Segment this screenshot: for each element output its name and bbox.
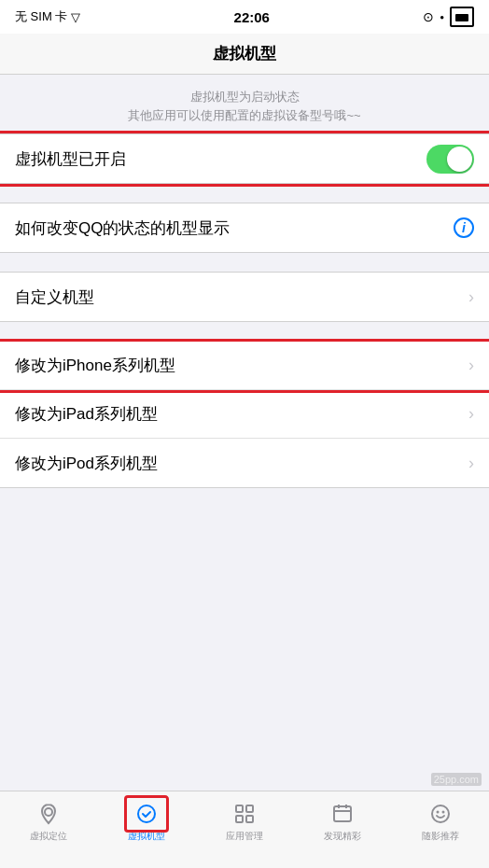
svg-point-12 (441, 811, 444, 814)
tab-recommend[interactable]: 随影推荐 (391, 797, 489, 847)
tab-app-manage[interactable]: 应用管理 (196, 797, 294, 847)
ipad-row[interactable]: 修改为iPad系列机型 › (0, 390, 489, 439)
tab-bar: 虚拟定位 虚拟机型 应用管理 (0, 791, 489, 868)
nav-bar: 虚拟机型 (0, 34, 489, 75)
svg-rect-6 (334, 806, 351, 821)
custom-section: 自定义机型 › (0, 272, 489, 322)
iphone-chevron: › (468, 356, 474, 375)
svg-point-11 (436, 811, 439, 814)
toggle-label: 虚拟机型已开启 (15, 148, 126, 170)
nav-title: 虚拟机型 (213, 43, 276, 64)
tab-app-label: 应用管理 (226, 830, 263, 843)
custom-model-row[interactable]: 自定义机型 › (0, 273, 489, 321)
gap-2 (0, 253, 489, 272)
info-section: 如何改变QQ的状态的机型显示 i (0, 203, 489, 253)
info-row[interactable]: 如何改变QQ的状态的机型显示 i (0, 203, 489, 252)
tab-discovery-label: 发现精彩 (324, 830, 361, 843)
custom-model-chevron: › (468, 287, 474, 307)
tab-model-icon (133, 801, 160, 827)
toggle-row[interactable]: 虚拟机型已开启 (0, 134, 489, 183)
tab-virtual-location[interactable]: 虚拟定位 (0, 797, 98, 847)
tab-model-active-box (133, 801, 160, 827)
toggle-knob (447, 147, 472, 172)
status-right: ⊙ ● (423, 7, 474, 27)
iphone-row[interactable]: 修改为iPhone系列机型 › (0, 342, 489, 390)
ipod-row[interactable]: 修改为iPod系列机型 › (0, 439, 489, 487)
status-left: 无 SIM 卡 ▽ (15, 8, 80, 25)
info-label: 如何改变QQ的状态的机型显示 (15, 217, 230, 239)
svg-rect-3 (246, 805, 253, 812)
ipod-label: 修改为iPod系列机型 (15, 453, 158, 474)
gap-3 (0, 322, 489, 341)
ipad-label: 修改为iPad系列机型 (15, 403, 158, 425)
status-time: 22:06 (234, 9, 270, 25)
description-line2: 其他应用可以使用配置的虚拟设备型号哦~~ (19, 106, 470, 125)
svg-point-0 (45, 808, 52, 816)
svg-point-10 (432, 805, 449, 822)
battery-icon (450, 7, 474, 27)
svg-rect-2 (236, 805, 243, 812)
svg-rect-5 (246, 816, 253, 822)
description-line1: 虚拟机型为启动状态 (19, 88, 470, 106)
info-icon[interactable]: i (454, 217, 474, 238)
custom-model-label: 自定义机型 (15, 287, 94, 308)
device-section: 修改为iPhone系列机型 › 修改为iPad系列机型 › 修改为iPod系列机… (0, 341, 489, 488)
dot-icon: ● (440, 13, 444, 21)
alarm-icon: ⊙ (423, 9, 434, 24)
ipad-chevron: › (468, 404, 474, 424)
svg-point-1 (138, 805, 155, 822)
gap-1 (0, 184, 489, 203)
virtual-model-toggle[interactable] (426, 145, 474, 174)
tab-location-label: 虚拟定位 (30, 830, 67, 843)
signal-icon: ▽ (71, 10, 80, 24)
tab-location-icon (35, 801, 62, 827)
watermark: 25pp.com (431, 773, 482, 786)
main-content: 虚拟机型为启动状态 其他应用可以使用配置的虚拟设备型号哦~~ 虚拟机型已开启 如… (0, 75, 489, 791)
iphone-label: 修改为iPhone系列机型 (15, 355, 175, 376)
tab-recommend-icon (427, 801, 454, 827)
status-bar: 无 SIM 卡 ▽ 22:06 ⊙ ● (0, 0, 489, 34)
tab-discovery-icon (329, 801, 356, 827)
no-sim-text: 无 SIM 卡 (15, 8, 67, 25)
ipod-chevron: › (468, 454, 474, 473)
svg-rect-4 (236, 816, 243, 822)
toggle-section: 虚拟机型已开启 (0, 133, 489, 184)
tab-virtual-model[interactable]: 虚拟机型 (98, 797, 196, 847)
tab-discovery[interactable]: 发现精彩 (293, 797, 391, 847)
tab-app-icon (231, 801, 258, 827)
description-area: 虚拟机型为启动状态 其他应用可以使用配置的虚拟设备型号哦~~ (0, 75, 489, 133)
tab-recommend-label: 随影推荐 (422, 830, 459, 843)
